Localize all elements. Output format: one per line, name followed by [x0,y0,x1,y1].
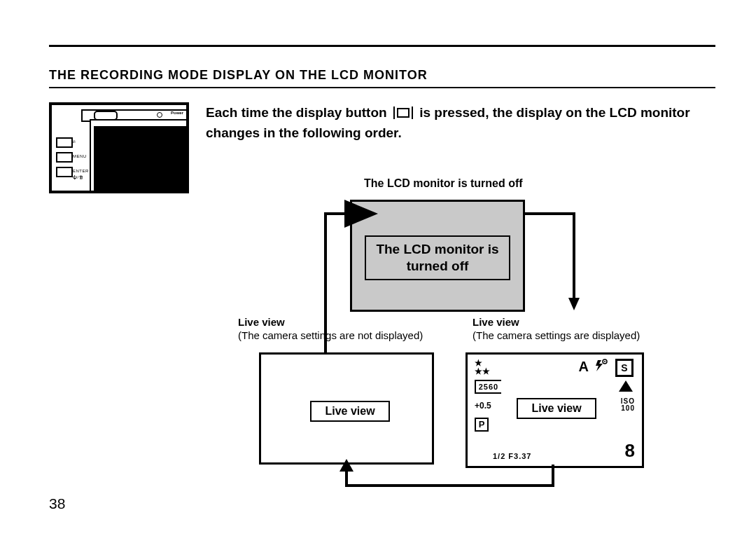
intro-text: Each time the display button is pressed,… [206,102,715,144]
info-resolution: 2560 [475,380,501,394]
manual-page: THE RECORDING MODE DISPLAY ON THE LCD MO… [0,0,756,536]
caption-live-no-settings-title: Live view [238,316,285,328]
live-info-label: Live view [517,398,596,419]
info-quality-icon: ★★★ [475,359,490,376]
screen-state-off: The LCD monitor is turned off [350,200,525,312]
camera-enter-button-icon [56,167,73,177]
svg-point-1 [604,361,606,362]
live-plain-label: Live view [310,401,390,422]
info-mode-a: A [579,359,589,375]
display-button-icon [393,106,413,119]
screen-state-live-info: ★★★ 2560 +0.5 P 1/2 F3.37 A S ISO 100 8 [465,352,644,468]
screen-state-live-plain: Live view [259,352,434,465]
off-screen-label: The LCD monitor is turned off [365,235,510,280]
info-s-icon: S [615,359,634,377]
camera-power-label: Power [171,111,183,115]
svg-marker-2 [619,380,633,392]
top-rule [49,45,715,47]
arrow-plain-to-off [287,207,364,361]
info-iso: ISO 100 [621,398,635,412]
arrow-off-to-info [525,207,609,361]
camera-menu-button-icon [56,152,73,163]
flash-icon [593,359,608,376]
caption-live-with-settings-title: Live view [472,316,519,328]
svg-marker-5 [568,298,580,310]
arrow-info-to-plain [332,465,578,500]
camera-illustration: Power ⎚ MENU ENTER ⏻/🗑 [49,102,189,193]
info-frames-remaining: 8 [625,440,635,462]
camera-enter-button-label: ENTER [73,169,89,173]
section-title: THE RECORDING MODE DISPLAY ON THE LCD MO… [49,68,715,83]
camera-display-button-icon [56,137,73,148]
intro-before: Each time the display button [206,105,387,120]
info-mode-p: P [475,418,489,432]
camera-display-button-label: ⎚ [73,139,76,144]
page-number: 38 [49,495,65,512]
caption-lcd-off: The LCD monitor is turned off [364,177,523,190]
info-exposure: 1/2 F3.37 [493,452,531,460]
display-cycle-diagram: The LCD monitor is turned off The LCD mo… [210,165,714,494]
title-rule [49,87,715,88]
info-ev: +0.5 [475,401,491,411]
camera-menu-button-label: MENU [73,154,87,158]
mountain-icon [618,380,634,396]
